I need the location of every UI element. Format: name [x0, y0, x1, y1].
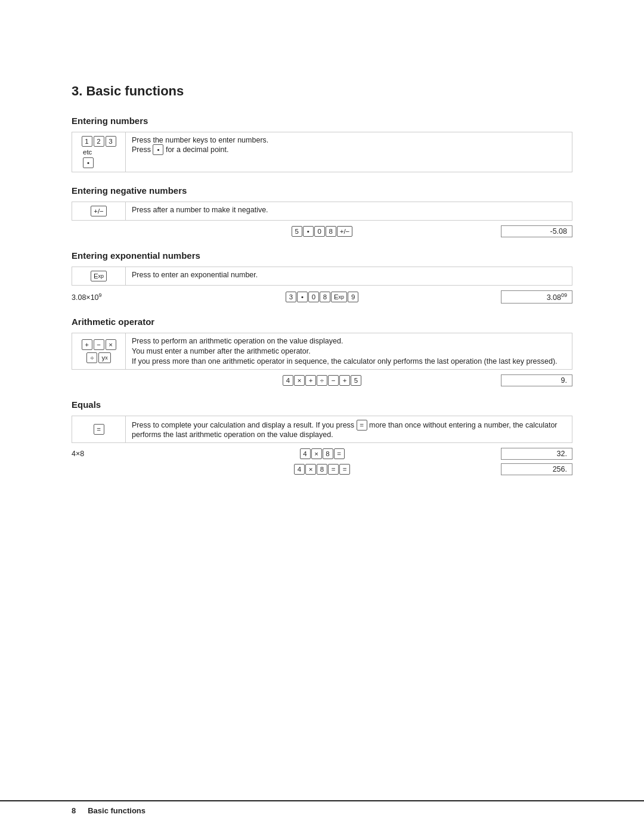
footer-page-number: 8	[72, 806, 76, 815]
subsection-title-negative: Entering negative numbers	[72, 185, 572, 196]
equals-desc-text: Press to complete your calculation and d…	[132, 420, 566, 439]
key-times: ×	[106, 339, 116, 350]
equals-example-label-1: 4×8	[72, 450, 143, 458]
key-4c: 4	[294, 464, 305, 475]
equals-desc: Press to complete your calculation and d…	[126, 416, 572, 443]
exponential-desc-text: Press to enter an exponential number.	[132, 271, 566, 279]
key-8: 8	[323, 448, 333, 459]
key-8b: 8	[320, 292, 330, 302]
negative-desc-text: Press after a number to make it negative…	[132, 206, 566, 214]
key-times3: ×	[311, 448, 322, 459]
key-plus: +	[82, 339, 92, 350]
key-4: 4	[283, 375, 293, 386]
key-3: 3	[286, 292, 296, 302]
negative-example-row: 5 • 0 8 +/− -5.08	[72, 225, 572, 237]
key-times2: ×	[294, 375, 305, 386]
entering-numbers-table: 1 2 3 etc • Press the number keys to ent…	[72, 132, 572, 172]
subsection-equals: Equals = Press to complete your calculat…	[72, 400, 572, 475]
section-title: 3. Basic functions	[72, 83, 572, 99]
arithmetic-desc: Press to perform an arithmetic operation…	[126, 333, 572, 370]
key-dot3: •	[297, 292, 308, 302]
key-3: 3	[106, 136, 116, 147]
subsection-title-arithmetic: Arithmetic operator	[72, 317, 572, 327]
exponential-example-result: 3.0809	[501, 290, 572, 304]
arithmetic-desc-3: If you press more than one arithmetic op…	[132, 357, 566, 366]
equals-example-keys-2: 4 × 8 = =	[143, 464, 501, 475]
key-0: 0	[314, 226, 325, 237]
subsection-arithmetic: Arithmetic operator + − × ÷ yx Press to …	[72, 317, 572, 386]
key-divide2: ÷	[317, 375, 327, 386]
footer: 8 Basic functions	[0, 800, 644, 815]
key-5: 5	[351, 375, 361, 386]
negative-example-keys: 5 • 0 8 +/−	[143, 226, 501, 237]
key-plusminus: +/−	[91, 206, 107, 216]
key-divide: ÷	[86, 352, 97, 363]
subsection-title-equals: Equals	[72, 400, 572, 410]
key-0b: 0	[308, 292, 319, 302]
negative-key-col: +/−	[72, 202, 126, 221]
entering-numbers-desc: Press the number keys to enter numbers. …	[126, 132, 572, 172]
key-dot-inline: •	[153, 144, 163, 155]
key-exp2: Exp	[331, 292, 347, 302]
exponential-key-col: Exp	[72, 267, 126, 286]
key-plusminus2: +/−	[337, 226, 353, 237]
key-dot: •	[83, 157, 94, 168]
equals-table: = Press to complete your calculation and…	[72, 416, 572, 443]
subsection-entering-numbers: Entering numbers 1 2 3 etc • Press the n…	[72, 116, 572, 172]
key-minus2: −	[328, 375, 339, 386]
equals-example-keys-1: 4 × 8 =	[143, 448, 501, 459]
key-yx: yx	[98, 352, 110, 363]
equals-example-result-1: 32.	[501, 448, 572, 460]
key-times4: ×	[305, 464, 316, 475]
key-minus: −	[94, 339, 104, 350]
desc-line-2: Press • for a decimal point.	[132, 144, 566, 155]
section-title-text: Basic functions	[86, 83, 184, 98]
top-space	[72, 36, 572, 83]
subsection-title-exponential: Entering exponential numbers	[72, 250, 572, 261]
key-4b: 4	[300, 448, 311, 459]
key-equals: =	[94, 424, 104, 435]
desc-line-1: Press the number keys to enter numbers.	[132, 136, 566, 144]
subsection-title-entering-numbers: Entering numbers	[72, 116, 572, 126]
key-equals-inline: =	[357, 420, 367, 431]
key-plus3: +	[339, 375, 350, 386]
key-2: 2	[94, 136, 104, 147]
key-8b: 8	[317, 464, 327, 475]
key-dot2: •	[303, 226, 314, 237]
arithmetic-desc-1: Press to perform an arithmetic operation…	[132, 337, 566, 345]
equals-example-result-2: 256.	[501, 463, 572, 475]
arithmetic-example-result: 9.	[501, 374, 572, 386]
negative-numbers-table: +/− Press after a number to make it nega…	[72, 202, 572, 221]
exponential-example-row: 3.08×109 3 • 0 8 Exp 9 3.0809	[72, 290, 572, 304]
arithmetic-table: + − × ÷ yx Press to perform an arithmeti…	[72, 333, 572, 370]
key-1: 1	[82, 136, 92, 147]
key-equals3: =	[328, 464, 339, 475]
equals-example-row-1: 4×8 4 × 8 = 32.	[72, 448, 572, 460]
key-equals2: =	[334, 448, 345, 459]
exponential-table: Exp Press to enter an exponential number…	[72, 267, 572, 286]
entering-numbers-keys: 1 2 3 etc •	[72, 132, 126, 172]
section-number: 3.	[72, 83, 82, 98]
arithmetic-desc-2: You must enter a number after the arithm…	[132, 347, 566, 355]
key-9: 9	[348, 292, 358, 302]
negative-desc: Press after a number to make it negative…	[126, 202, 572, 221]
equals-example-row-2: 4 × 8 = = 256.	[72, 463, 572, 475]
page: 3. Basic functions Entering numbers 1 2 …	[0, 0, 644, 833]
arithmetic-example-row: 4 × + ÷ − + 5 9.	[72, 374, 572, 386]
key-plus2: +	[305, 375, 316, 386]
equals-key-col: =	[72, 416, 126, 443]
arithmetic-key-col: + − × ÷ yx	[72, 333, 126, 370]
exponential-example-label: 3.08×109	[72, 292, 143, 302]
subsection-entering-negative: Entering negative numbers +/− Press afte…	[72, 185, 572, 237]
key-8: 8	[326, 226, 336, 237]
arithmetic-example-keys: 4 × + ÷ − + 5	[143, 375, 501, 386]
key-exp: Exp	[91, 271, 107, 281]
key-equals4: =	[339, 464, 350, 475]
key-5: 5	[292, 226, 302, 237]
footer-text: Basic functions	[88, 806, 145, 815]
negative-example-result: -5.08	[501, 225, 572, 237]
exponential-example-keys: 3 • 0 8 Exp 9	[143, 292, 501, 302]
subsection-exponential: Entering exponential numbers Exp Press t…	[72, 250, 572, 304]
exponential-desc: Press to enter an exponential number.	[126, 267, 572, 286]
